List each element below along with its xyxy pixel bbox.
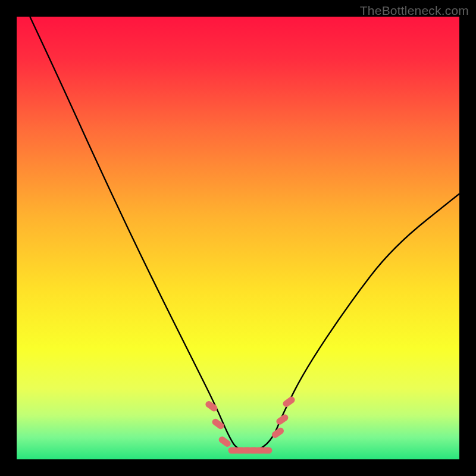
svg-rect-2 <box>211 418 225 431</box>
watermark-text: TheBottleneck.com <box>360 4 469 18</box>
svg-rect-12 <box>261 447 272 454</box>
bottleneck-curve <box>30 17 459 450</box>
chart-frame: TheBottleneck.com <box>0 0 476 476</box>
svg-rect-6 <box>281 395 296 408</box>
curve-layer <box>17 17 459 459</box>
svg-rect-1 <box>204 400 218 413</box>
flat-markers <box>204 395 296 453</box>
plot-area <box>17 17 459 459</box>
